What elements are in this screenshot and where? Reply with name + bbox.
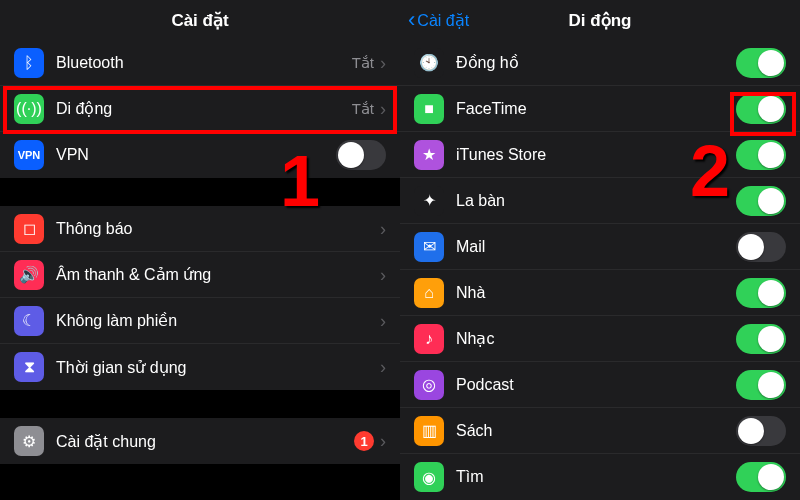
- row-general[interactable]: ⚙ Cài đặt chung 1 ›: [0, 418, 400, 464]
- cellular-pane: ‹ Cài đặt Di động 🕙Đồng hồ■FaceTime★iTun…: [400, 0, 800, 500]
- row-label: FaceTime: [456, 100, 736, 118]
- mail-icon: ✉: [414, 232, 444, 262]
- app-toggle[interactable]: [736, 140, 786, 170]
- vpn-icon: VPN: [14, 140, 44, 170]
- row-findmy[interactable]: ◉Tìm: [400, 454, 800, 500]
- back-label: Cài đặt: [417, 11, 469, 30]
- settings-pane: Cài đặt ᛒ Bluetooth Tắt › ((·)) Di động …: [0, 0, 400, 500]
- row-label: Tìm: [456, 468, 736, 486]
- row-value: Tắt: [352, 54, 374, 72]
- screentime-icon: ⧗: [14, 352, 44, 382]
- row-label: Âm thanh & Cảm ứng: [56, 265, 380, 284]
- music-icon: ♪: [414, 324, 444, 354]
- app-toggle[interactable]: [736, 462, 786, 492]
- app-toggle[interactable]: [736, 186, 786, 216]
- general-icon: ⚙: [14, 426, 44, 456]
- vpn-toggle[interactable]: [336, 140, 386, 170]
- row-compass[interactable]: ✦La bàn: [400, 178, 800, 224]
- page-title: Cài đặt: [171, 10, 228, 31]
- row-itunes[interactable]: ★iTunes Store: [400, 132, 800, 178]
- row-books[interactable]: ▥Sách: [400, 408, 800, 454]
- row-screentime[interactable]: ⧗ Thời gian sử dụng ›: [0, 344, 400, 390]
- row-label: Thông báo: [56, 220, 380, 238]
- row-label: Đồng hồ: [456, 53, 736, 72]
- row-label: Thời gian sử dụng: [56, 358, 380, 377]
- app-toggle[interactable]: [736, 324, 786, 354]
- app-toggle[interactable]: [736, 370, 786, 400]
- chevron-right-icon: ›: [380, 54, 386, 72]
- notification-badge: 1: [354, 431, 374, 451]
- row-notifications[interactable]: ◻ Thông báo ›: [0, 206, 400, 252]
- sound-icon: 🔊: [14, 260, 44, 290]
- row-label: Nhà: [456, 284, 736, 302]
- navbar-left: Cài đặt: [0, 0, 400, 40]
- chevron-right-icon: ›: [380, 220, 386, 238]
- dnd-icon: ☾: [14, 306, 44, 336]
- app-toggle[interactable]: [736, 48, 786, 78]
- row-label: Cài đặt chung: [56, 432, 354, 451]
- group-general: ⚙ Cài đặt chung 1 ›: [0, 418, 400, 464]
- row-bluetooth[interactable]: ᛒ Bluetooth Tắt ›: [0, 40, 400, 86]
- row-clock[interactable]: 🕙Đồng hồ: [400, 40, 800, 86]
- books-icon: ▥: [414, 416, 444, 446]
- chevron-right-icon: ›: [380, 432, 386, 450]
- app-toggle[interactable]: [736, 232, 786, 262]
- row-sounds[interactable]: 🔊 Âm thanh & Cảm ứng ›: [0, 252, 400, 298]
- chevron-right-icon: ›: [380, 100, 386, 118]
- group-notifications: ◻ Thông báo › 🔊 Âm thanh & Cảm ứng › ☾ K…: [0, 206, 400, 390]
- findmy-icon: ◉: [414, 462, 444, 492]
- chevron-right-icon: ›: [380, 358, 386, 376]
- row-label: Sách: [456, 422, 736, 440]
- cellular-icon: ((·)): [14, 94, 44, 124]
- row-facetime[interactable]: ■FaceTime: [400, 86, 800, 132]
- clock-icon: 🕙: [414, 48, 444, 78]
- row-home[interactable]: ⌂Nhà: [400, 270, 800, 316]
- navbar-right: ‹ Cài đặt Di động: [400, 0, 800, 40]
- bluetooth-icon: ᛒ: [14, 48, 44, 78]
- row-label: Không làm phiền: [56, 311, 380, 330]
- row-value: Tắt: [352, 100, 374, 118]
- row-music[interactable]: ♪Nhạc: [400, 316, 800, 362]
- home-icon: ⌂: [414, 278, 444, 308]
- row-label: Podcast: [456, 376, 736, 394]
- page-title: Di động: [569, 10, 632, 31]
- row-cellular[interactable]: ((·)) Di động Tắt ›: [0, 86, 400, 132]
- group-connectivity: ᛒ Bluetooth Tắt › ((·)) Di động Tắt › VP…: [0, 40, 400, 178]
- chevron-right-icon: ›: [380, 312, 386, 330]
- app-toggle[interactable]: [736, 94, 786, 124]
- notifications-icon: ◻: [14, 214, 44, 244]
- podcast-icon: ◎: [414, 370, 444, 400]
- row-label: La bàn: [456, 192, 736, 210]
- row-vpn[interactable]: VPN VPN: [0, 132, 400, 178]
- itunes-icon: ★: [414, 140, 444, 170]
- row-label: Mail: [456, 238, 736, 256]
- back-button[interactable]: ‹ Cài đặt: [408, 0, 469, 40]
- app-toggle[interactable]: [736, 278, 786, 308]
- row-podcast[interactable]: ◎Podcast: [400, 362, 800, 408]
- chevron-left-icon: ‹: [408, 9, 415, 31]
- row-dnd[interactable]: ☾ Không làm phiền ›: [0, 298, 400, 344]
- app-list: 🕙Đồng hồ■FaceTime★iTunes Store✦La bàn✉Ma…: [400, 40, 800, 500]
- row-mail[interactable]: ✉Mail: [400, 224, 800, 270]
- app-toggle[interactable]: [736, 416, 786, 446]
- row-label: iTunes Store: [456, 146, 736, 164]
- row-label: Nhạc: [456, 329, 736, 348]
- row-label: Di động: [56, 99, 352, 118]
- compass-icon: ✦: [414, 186, 444, 216]
- row-label: VPN: [56, 146, 336, 164]
- facetime-icon: ■: [414, 94, 444, 124]
- row-label: Bluetooth: [56, 54, 352, 72]
- chevron-right-icon: ›: [380, 266, 386, 284]
